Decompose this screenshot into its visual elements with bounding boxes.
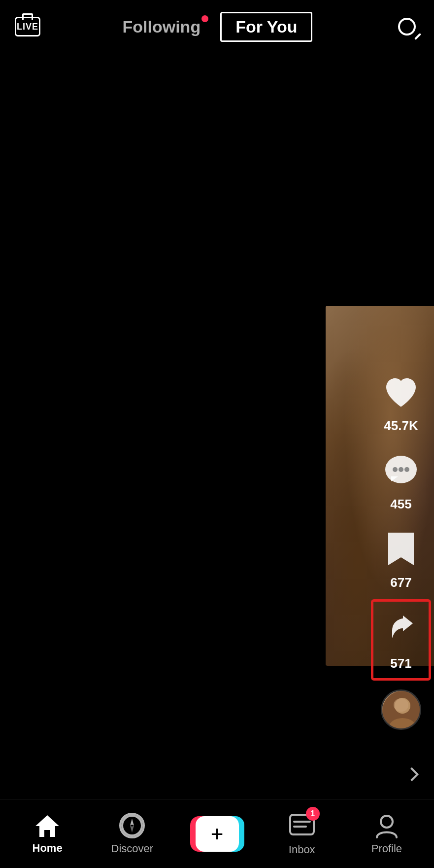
creator-avatar[interactable] [381,689,421,730]
live-label: LIVE [17,22,38,32]
inbox-label: Inbox [289,843,315,856]
for-you-tab[interactable]: For You [220,12,312,42]
like-button[interactable]: 45.7K [379,371,423,434]
nav-discover[interactable]: Discover [90,813,174,855]
create-plus-icon: + [211,823,224,845]
like-icon-wrap [379,371,423,414]
svg-point-6 [395,698,410,714]
svg-point-15 [381,816,393,828]
nav-inbox[interactable]: 1 Inbox [260,812,344,856]
nav-home[interactable]: Home [5,813,90,855]
discover-label: Discover [111,842,154,855]
nav-profile[interactable]: Profile [344,813,429,855]
share-icon-wrap [379,609,423,652]
comment-button[interactable]: 455 [379,449,423,512]
share-count: 571 [390,656,411,671]
live-icon: LIVE [15,17,40,36]
bookmark-icon-wrap [379,528,423,571]
bookmark-button[interactable]: 677 [379,528,423,590]
heart-icon [383,376,419,409]
svg-point-2 [393,467,398,472]
top-navigation: LIVE Following For You [0,0,434,53]
chevron-right-icon [405,767,419,781]
comment-icon-wrap [379,449,423,493]
share-button[interactable]: 571 [371,599,431,681]
avatar-svg [382,691,421,730]
bookmark-icon [386,532,416,567]
search-icon [398,18,416,36]
following-tab[interactable]: Following [123,17,201,36]
bookmark-count: 677 [390,575,411,590]
video-area[interactable] [0,0,434,809]
live-button[interactable]: LIVE [15,17,40,36]
discover-icon [119,813,145,838]
svg-point-4 [404,467,409,472]
compass-icon [121,815,143,836]
side-actions: 45.7K 455 677 571 [377,371,425,730]
profile-label: Profile [371,842,402,855]
inbox-badge: 1 [306,807,320,821]
inbox-badge-count: 1 [310,809,315,818]
nav-create[interactable]: + [174,816,259,852]
home-icon [34,813,60,838]
next-video-button[interactable] [400,762,424,787]
comment-count: 455 [390,497,411,512]
svg-marker-8 [35,815,59,837]
create-bg-white: + [196,816,239,852]
share-icon [385,615,417,646]
profile-icon [374,813,400,838]
nav-tabs: Following For You [123,12,313,42]
following-label: Following [123,17,201,36]
svg-point-3 [399,467,403,472]
svg-marker-11 [130,826,134,832]
search-button[interactable] [395,14,419,39]
create-button[interactable]: + [190,816,244,852]
notification-dot [201,15,208,22]
like-count: 45.7K [384,418,418,434]
inbox-icon-wrap: 1 [289,812,315,839]
for-you-label: For You [235,17,297,36]
avatar-image [381,689,421,730]
bottom-navigation: Home Discover + [0,799,434,868]
home-label: Home [33,842,63,855]
comment-icon [383,455,419,487]
svg-marker-10 [130,819,134,826]
home-svg [34,813,60,838]
